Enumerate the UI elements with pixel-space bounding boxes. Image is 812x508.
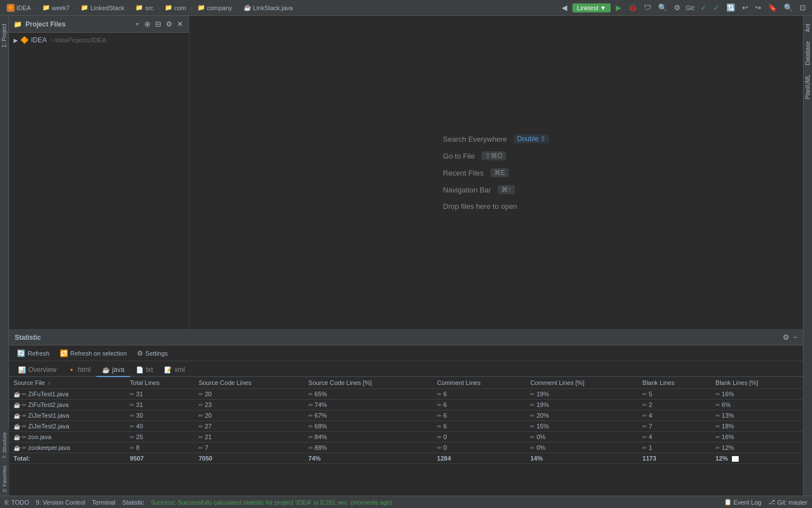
sidebar-tab-ant[interactable]: Ant [804,20,811,36]
run-button[interactable]: ▶ [614,2,623,13]
run-config-button[interactable]: Linktest ▼ [572,3,611,12]
statistic-table-wrapper: Source File ↑ Total Lines Source Code Li… [9,377,803,496]
tab-label-txt: txt [146,366,153,374]
sidebar-tab-database[interactable]: Database [804,38,811,69]
tab-overview[interactable]: 📊 Overview [12,364,62,377]
breadcrumb-src[interactable]: 📁 src [133,3,156,12]
undo-button[interactable]: ↩ [740,2,750,13]
cell-blank: 1173 [638,453,710,464]
bookmark-button[interactable]: 🔖 [766,2,779,13]
col-header-source-pct[interactable]: Source Code Lines [%] [304,377,433,389]
breadcrumb-company[interactable]: 📁 company [195,3,235,12]
event-log-icon: 📋 [724,498,732,506]
col-header-comment-pct[interactable]: Comment Lines [%] [526,377,638,389]
search-everywhere-btn[interactable]: 🔍 [656,2,669,13]
tab-html[interactable]: 🔸 html [62,364,96,377]
cell-blank_pct: ✏ 12% [711,443,803,453]
col-header-file[interactable]: Source File ↑ [9,377,125,389]
cell-file: Total: [9,453,125,464]
hint-label-drop: Drop files here to open [443,202,518,211]
collapse-all-icon[interactable]: ⊟ [154,19,162,29]
breadcrumb-linkstack[interactable]: ☕ LinkStack.java [241,3,295,12]
tab-label-java: java [112,366,125,374]
tab-java[interactable]: ☕ java [96,364,130,377]
statistic-close-icon[interactable]: − [793,333,797,341]
status-terminal-label: Terminal [92,499,116,506]
cell-source: ✏ 20 [194,410,304,421]
git-label: Git: [686,5,695,11]
settings-button[interactable]: ⚙ [672,2,682,13]
cell-file: ☕ ✏ zookeeper.java [9,443,125,453]
sidebar-tab-favorites[interactable]: 2: Favorites [1,462,8,496]
col-header-blank-pct[interactable]: Blank Lines [%] [711,377,803,389]
git-check2-button[interactable]: ✓ [712,2,721,13]
status-event-log[interactable]: 📋 Event Log [724,498,762,506]
status-git-branch[interactable]: ⎇ Git: master [768,498,807,506]
cell-total: ✏ 31 [125,389,194,400]
col-header-comment[interactable]: Comment Lines [433,377,526,389]
col-header-total[interactable]: Total Lines [125,377,194,389]
cell-source: ✏ 20 [194,389,304,400]
back-button[interactable]: ◀ [560,2,569,13]
col-header-source[interactable]: Source Code Lines [194,377,304,389]
status-statistic-label: Statistic [122,499,144,506]
coverage-button[interactable]: 🛡 [642,2,653,13]
tab-icon-overview: 📊 [18,366,26,374]
git-history-button[interactable]: 🔃 [725,2,737,13]
redo-button[interactable]: ↪ [753,2,763,13]
sidebar-tab-project[interactable]: 1: Project [1,20,8,51]
editor-hint: Search Everywhere Double ⇧ Go to File ⇧⌘… [443,134,550,211]
table-row: Total:9507705074%128414%117312% [9,453,803,464]
tab-xml[interactable]: 📝 xml [158,364,191,377]
breadcrumb-label-week7: week7 [52,5,70,11]
status-statistic[interactable]: Statistic [122,499,144,506]
hint-label-nav: Navigation Bar [443,186,491,194]
hint-row-file: Go to File ⇧⌘O [443,151,550,160]
hint-row-recent: Recent Files ⌘E [443,168,550,177]
breadcrumb-idea[interactable]: 🔶 IDEA [5,3,33,13]
resize-button[interactable]: ⊡ [798,2,807,13]
tree-arrow-idea: ▶ [14,37,18,43]
tab-txt[interactable]: 📄 txt [130,364,159,377]
tab-icon-xml: 📝 [164,366,172,374]
status-todo[interactable]: 6: TODO [5,499,29,506]
status-version-control[interactable]: 9: Version Control [36,499,85,506]
statistic-panel-header: Statistic ⚙ − [9,330,803,345]
settings-toolbar-label: Settings [145,350,168,357]
sidebar-tab-plantuml[interactable]: PlantUML [804,71,811,103]
refresh-button[interactable]: 🔄 Refresh [12,348,54,359]
hint-label-search: Search Everywhere [443,135,507,143]
breadcrumb-com[interactable]: 📁 com [162,3,188,12]
cell-file: ☕ ✏ ZiJieTest2.java [9,421,125,432]
panel-close-icon[interactable]: ✕ [176,19,184,29]
status-terminal[interactable]: Terminal [92,499,116,506]
scroll-from-source-icon[interactable]: ⊕ [143,19,152,29]
refresh-on-selection-button[interactable]: 🔁 Refresh on selection [55,348,131,359]
tab-label-xml: xml [174,366,185,374]
find-button[interactable]: 🔍 [782,2,795,13]
cell-source_pct: ✏ 65% [304,389,433,400]
sep3: › [129,4,131,12]
editor-area: Search Everywhere Double ⇧ Go to File ⇧⌘… [189,16,803,329]
sidebar-tab-structure[interactable]: 7: Structure [1,429,8,462]
cell-file: ☕ ✏ zoo.java [9,432,125,443]
panel-settings-icon[interactable]: ⚙ [165,19,174,29]
table-row: ☕ ✏ ZiFuTest1.java✏ 31✏ 20✏ 65%✏ 6✏ 19%✏… [9,389,803,400]
debug-button[interactable]: 🐞 [626,2,639,13]
col-header-blank[interactable]: Blank Lines [638,377,710,389]
git-check-button[interactable]: ✓ [699,2,708,13]
tab-icon-html: 🔸 [68,366,76,374]
cell-comment_pct: ✏ 15% [526,421,638,432]
cell-source_pct: ✏ 74% [304,400,433,410]
cell-blank_pct: 12% [711,453,803,464]
cell-blank: ✏ 7 [638,421,710,432]
breadcrumb-linkedstack[interactable]: 📁 LinkedStack [78,3,126,12]
tab-icon-txt: 📄 [136,366,144,374]
top-breadcrumb-bar: 🔶 IDEA › 📁 week7 › 📁 LinkedStack › 📁 src… [0,0,812,16]
breadcrumb-label-com: com [174,5,186,11]
breadcrumb-week7[interactable]: 📁 week7 [40,3,72,12]
settings-toolbar-button[interactable]: ⚙ Settings [133,348,173,359]
statistic-settings-icon[interactable]: ⚙ [783,333,789,341]
tree-item-idea[interactable]: ▶ 🔶 IDEA ~/IdeaProjects/IDEA [11,35,187,45]
status-todo-label: 6: TODO [5,499,29,506]
